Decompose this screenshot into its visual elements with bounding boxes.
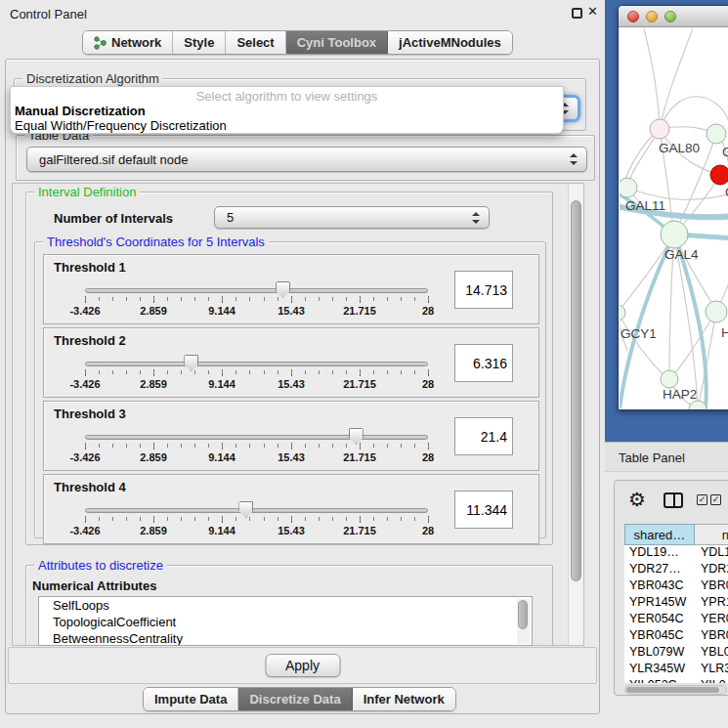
node-hap2[interactable] <box>661 370 678 388</box>
scrollbar-thumb[interactable] <box>626 687 719 693</box>
network-window-titlebar[interactable] <box>619 6 728 27</box>
node-green[interactable] <box>689 401 707 409</box>
close-icon[interactable]: ✕ <box>587 4 598 19</box>
label-partial-g: GA <box>722 145 728 159</box>
threshold-3-box: Threshold 3 -3.426 2.859 9.144 15.43 21.… <box>43 401 539 471</box>
table-row[interactable]: YER054CYER0 <box>624 612 728 628</box>
list-item[interactable]: BetweennessCentrality <box>39 630 532 646</box>
tick-label: 2.859 <box>140 378 167 390</box>
gear-icon[interactable]: ⚙ <box>628 490 646 509</box>
table-data-group: Table Data galFiltered.sif default node <box>16 135 595 181</box>
tick-label: 28 <box>422 378 434 390</box>
tick-label: 15.43 <box>278 451 305 463</box>
tick-label: 21.715 <box>343 305 376 317</box>
tick-label: 9.144 <box>208 378 236 390</box>
zoom-traffic-light-icon[interactable] <box>664 11 676 22</box>
node-red-selected[interactable] <box>710 165 728 185</box>
spinner-arrows-icon <box>471 212 480 224</box>
table-panel-title: Table Panel <box>619 450 685 465</box>
node-green[interactable] <box>707 124 726 144</box>
number-of-intervals-spinner[interactable]: 5 <box>214 206 490 229</box>
tab-jactivemnodules[interactable]: jActiveMNodules <box>388 31 512 54</box>
tab-select[interactable]: Select <box>226 31 285 54</box>
node-gal11[interactable] <box>620 178 637 197</box>
threshold-3-slider-track[interactable] <box>85 435 428 440</box>
tick-label: 2.859 <box>140 305 167 317</box>
tick-label: 15.43 <box>278 378 305 390</box>
tick-label: 28 <box>422 305 434 317</box>
list-vertical-scrollbar[interactable] <box>517 599 530 644</box>
table-row[interactable]: YBL079WYBL0 <box>624 645 728 662</box>
table-row[interactable]: YPR145WYPR1 <box>624 595 728 612</box>
checkbox-icon[interactable]: ✓ <box>710 494 721 505</box>
tick-label: 21.715 <box>343 525 376 536</box>
column-header-shared-name[interactable]: shared… <box>624 524 695 545</box>
table-row[interactable]: YDL19…YDL1 <box>624 545 728 562</box>
settings-vertical-scrollbar[interactable] <box>568 184 583 645</box>
threshold-2-value-field[interactable]: 6.316 <box>454 344 513 382</box>
columns-icon[interactable] <box>664 492 683 508</box>
threshold-label: Threshold 2 <box>54 333 126 348</box>
apply-button[interactable]: Apply <box>265 654 340 677</box>
tab-network[interactable]: Network <box>83 31 173 54</box>
tick-label: 2.859 <box>140 525 167 536</box>
slider-minor-ticks <box>85 444 429 448</box>
tick-label: 9.144 <box>208 305 236 317</box>
threshold-1-value-field[interactable]: 14.713 <box>454 271 513 309</box>
popup-option-manual-discretization[interactable]: Manual Discretization <box>11 104 563 118</box>
tick-label: -3.426 <box>69 378 100 390</box>
node-gal4[interactable] <box>661 221 688 248</box>
list-item[interactable]: SelfLoops <box>39 597 532 614</box>
tick-label: 28 <box>422 451 434 463</box>
node-green[interactable] <box>706 301 727 322</box>
tick-label: 21.715 <box>343 378 376 390</box>
tab-style[interactable]: Style <box>173 31 226 54</box>
threshold-4-slider-track[interactable] <box>85 508 428 513</box>
minimize-traffic-light-icon[interactable] <box>646 11 658 22</box>
nodes[interactable] <box>620 119 728 409</box>
tick-label: -3.426 <box>69 451 100 463</box>
apply-bar: Apply <box>8 647 597 684</box>
algorithm-dropdown-popup: Select algorithm to view settings Manual… <box>10 86 564 134</box>
label-partial-h: H <box>721 325 728 340</box>
tab-infer-network[interactable]: Infer Network <box>353 688 455 710</box>
table-horizontal-scrollbar[interactable] <box>624 685 727 695</box>
threshold-2-box: Threshold 2 -3.426 2.859 9.144 15.43 21.… <box>43 327 539 398</box>
interval-definition-group: Interval Definition Number of Intervals … <box>25 192 553 545</box>
tab-discretize-data[interactable]: Discretize Data <box>238 688 352 710</box>
threshold-label: Threshold 1 <box>54 260 126 275</box>
threshold-3-value-field[interactable]: 21.4 <box>454 417 513 455</box>
label-gal11: GAL11 <box>625 198 665 213</box>
tick-label: 9.144 <box>208 451 236 463</box>
table-data-combobox[interactable]: galFiltered.sif default node <box>26 147 587 172</box>
table-row[interactable]: YDR27…YDR2 <box>624 562 728 578</box>
network-canvas[interactable]: GAL80 GA GAL11 C GAL4 GCY1 H HAP2 <box>620 28 728 409</box>
node-gcy1[interactable] <box>620 305 625 321</box>
popup-option-equal-width[interactable]: Equal Width/Frequency Discretization <box>11 118 563 133</box>
threshold-2-slider-track[interactable] <box>85 362 428 366</box>
threshold-4-value-field[interactable]: 11.344 <box>454 491 513 529</box>
tick-label: 28 <box>422 525 434 536</box>
checkbox-icon[interactable]: ✓ <box>697 494 707 505</box>
table-row[interactable]: YIL052CYIL0 <box>624 678 728 683</box>
popup-prompt-item[interactable]: Select algorithm to view settings <box>11 89 563 104</box>
tab-cyni-toolbox[interactable]: Cyni Toolbox <box>286 31 388 54</box>
table-row[interactable]: YLR345WYLR3 <box>624 662 728 678</box>
node-gal80[interactable] <box>650 119 669 139</box>
tick-label: -3.426 <box>69 525 100 536</box>
table-row[interactable]: YBR043CYBR0 <box>624 578 728 595</box>
column-header-name[interactable]: n <box>695 524 728 545</box>
network-graph: GAL80 GA GAL11 C GAL4 GCY1 H HAP2 <box>620 28 728 409</box>
label-gal80: GAL80 <box>659 141 700 155</box>
label-gal4: GAL4 <box>664 247 699 262</box>
close-traffic-light-icon[interactable] <box>627 11 639 22</box>
float-window-icon[interactable] <box>572 8 582 19</box>
tab-impute-data[interactable]: Impute Data <box>144 688 238 710</box>
tick-label: 15.43 <box>278 305 305 317</box>
algorithm-group-title: Discretization Algorithm <box>22 71 163 86</box>
threshold-1-slider-track[interactable] <box>85 288 428 293</box>
scrollbar-thumb[interactable] <box>571 200 581 581</box>
table-row[interactable]: YBR045CYBR0 <box>624 628 728 645</box>
scrollbar-thumb[interactable] <box>518 600 528 629</box>
list-item[interactable]: TopologicalCoefficient <box>39 614 532 630</box>
